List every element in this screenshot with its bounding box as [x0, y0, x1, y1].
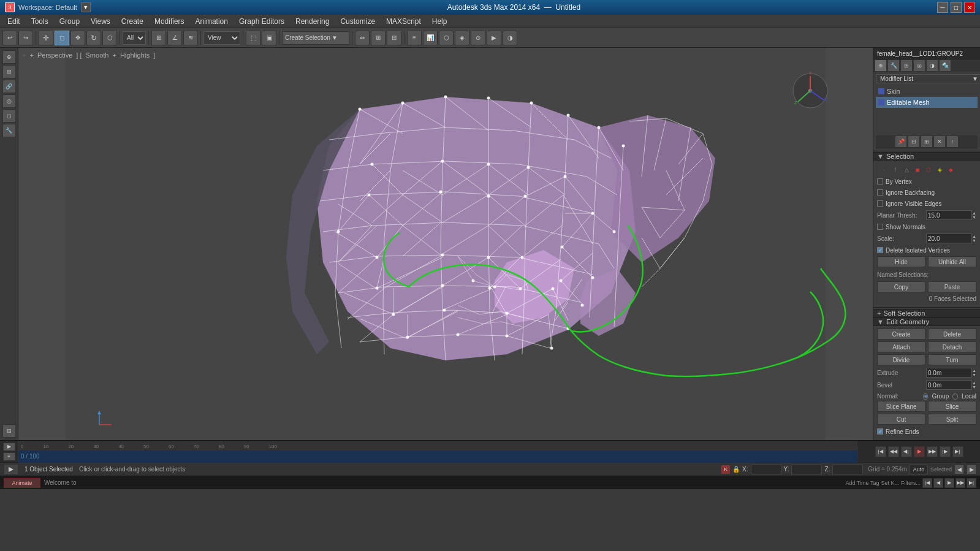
menu-animation[interactable]: Animation [191, 16, 233, 27]
group-radio[interactable] [923, 393, 929, 400]
x-coord[interactable] [751, 465, 781, 474]
menu-maxscript[interactable]: MAXScript [381, 16, 426, 27]
motion-icon[interactable]: ◎ [2, 94, 16, 108]
menu-help[interactable]: Help [427, 16, 452, 27]
go-end-btn[interactable]: ▶| [952, 446, 963, 457]
bevel-value[interactable]: 0.0m [926, 380, 972, 390]
make-unique-icon[interactable]: ⊞ [921, 135, 933, 148]
by-vertex-cb[interactable] [877, 178, 883, 184]
play-fwd-btn[interactable]: ▶▶ [927, 446, 938, 457]
align-btn[interactable]: ⊟ [387, 31, 401, 45]
menu-customize[interactable]: Customize [335, 16, 380, 27]
pb-next[interactable]: ▶▶ [955, 478, 965, 488]
schematic-view-btn[interactable]: ⬡ [439, 31, 454, 45]
hide-btn[interactable]: Hide [877, 256, 925, 267]
attach-btn[interactable]: Attach [877, 341, 925, 352]
material-editor-btn[interactable]: ◈ [455, 31, 469, 45]
scale-btn[interactable]: ⬡ [102, 31, 117, 45]
modify-panel-icon[interactable]: 🔧 [887, 59, 900, 72]
select2-icon[interactable]: ◆ [946, 165, 955, 175]
play-btn[interactable]: ▶ [914, 446, 925, 457]
go-to-parent-icon[interactable]: ↑ [946, 135, 959, 148]
timeline-track[interactable]: 0 / 100 [18, 450, 857, 463]
render-btn[interactable]: ▶ [487, 31, 501, 45]
activeshade-btn[interactable]: ◑ [503, 31, 517, 45]
object-filter-select[interactable]: All [123, 31, 146, 45]
edit-geometry-header[interactable]: ▼ Edit Geometry [873, 317, 980, 326]
z-coord[interactable] [832, 465, 863, 474]
utilities-icon[interactable]: 🔧 [2, 124, 16, 137]
filter-keys-btn[interactable]: ≡ [3, 452, 15, 461]
menu-graph-editors[interactable]: Graph Editors [234, 16, 289, 27]
pb-prev[interactable]: ◀ [933, 478, 943, 488]
extrude-spinner[interactable]: ▲ ▼ [972, 368, 976, 377]
auto-btn[interactable]: Auto [910, 465, 928, 474]
vertex-icon[interactable]: · [879, 165, 889, 175]
next-btn[interactable]: ▶ [967, 465, 976, 474]
minimap-icon[interactable]: ⊟ [2, 424, 16, 438]
render-setup-btn[interactable]: ⊙ [471, 31, 485, 45]
close-btn[interactable]: ✕ [964, 2, 975, 13]
y-coord[interactable] [791, 465, 822, 474]
turn-btn[interactable]: Turn [928, 354, 976, 365]
rotate-btn[interactable]: ↻ [86, 31, 101, 45]
select-icon[interactable]: ◈ [935, 165, 944, 175]
modifier-editable-mesh[interactable]: Editable Mesh [876, 97, 978, 108]
poly-icon[interactable]: ■ [913, 165, 922, 175]
wire-btn[interactable]: ⬚ [246, 31, 260, 45]
pb-end[interactable]: ▶| [967, 478, 976, 488]
display-panel-icon[interactable]: ◑ [926, 59, 938, 72]
divide-btn[interactable]: Divide [877, 354, 925, 365]
menu-views[interactable]: Views [86, 16, 115, 27]
next-key-btn[interactable]: |▶ [940, 446, 951, 457]
hierarchy-panel-icon[interactable]: ⊞ [900, 59, 913, 72]
scale-spinner[interactable]: ▲ ▼ [972, 234, 976, 243]
select-region-btn[interactable]: ◻ [55, 31, 69, 45]
layer-btn[interactable]: ≡ [407, 31, 422, 45]
undo-btn[interactable]: ↩ [2, 31, 17, 45]
unhide-all-btn[interactable]: Unhide All [928, 256, 976, 267]
track-view-btn[interactable]: 📊 [423, 31, 438, 45]
workspace-dropdown-btn[interactable]: ▼ [81, 2, 91, 12]
modify-icon[interactable]: ⊞ [2, 65, 16, 78]
modifier-list-button[interactable]: Modifier List ▼ [876, 74, 980, 83]
ignore-backfacing-cb[interactable] [877, 189, 883, 196]
remove-modifier-icon[interactable]: ✕ [933, 135, 946, 148]
array-btn[interactable]: ⊞ [371, 31, 386, 45]
detach-btn[interactable]: Detach [928, 341, 976, 352]
copy-btn[interactable]: Copy [877, 281, 925, 292]
animate-btn[interactable]: Animate [4, 478, 40, 488]
configure-icon[interactable]: ⊟ [908, 135, 920, 148]
modifier-skin[interactable]: Skin [876, 86, 978, 97]
angle-snap-btn[interactable]: ∠ [167, 31, 182, 45]
create-panel-icon[interactable]: ⊕ [875, 59, 887, 72]
refine-ends-cb[interactable]: ✓ [877, 428, 883, 435]
move-btn[interactable]: ✥ [70, 31, 85, 45]
motion-panel-icon[interactable]: ◎ [913, 59, 925, 72]
slice-btn[interactable]: Slice [928, 401, 976, 412]
maximize-btn[interactable]: □ [951, 2, 962, 13]
utilities-panel-icon[interactable]: 🔩 [939, 59, 951, 72]
menu-rendering[interactable]: Rendering [291, 16, 334, 27]
viewport[interactable]: + + Perspective ] [ Smooth + Highlights … [18, 48, 873, 440]
create-btn[interactable]: Create [877, 329, 925, 340]
spinner-snap-btn[interactable]: ≋ [183, 31, 198, 45]
prev-key-btn[interactable]: ◀| [901, 446, 912, 457]
extrude-value[interactable]: 0.0m [926, 368, 972, 378]
pb-start[interactable]: |◀ [922, 478, 932, 488]
display-icon[interactable]: ◻ [2, 109, 16, 123]
select-btn[interactable]: ✛ [39, 31, 53, 45]
redo-btn[interactable]: ↪ [18, 31, 33, 45]
menu-group[interactable]: Group [55, 16, 85, 27]
delete-isolated-cb[interactable]: ✓ [877, 247, 883, 253]
planar-thresh-spinner[interactable]: ▲ ▼ [972, 211, 976, 219]
prev-frame-btn[interactable]: ◀◀ [888, 446, 899, 457]
selection-section-header[interactable]: ▼ Selection [873, 152, 980, 161]
element-icon[interactable]: ⬡ [924, 165, 933, 175]
go-start-btn[interactable]: |◀ [875, 446, 886, 457]
snap-toggle-btn[interactable]: ⊞ [151, 31, 166, 45]
menu-create[interactable]: Create [116, 16, 148, 27]
menu-edit[interactable]: Edit [2, 16, 25, 27]
create-icon[interactable]: ⊕ [2, 50, 16, 64]
view-select[interactable]: View [203, 31, 240, 45]
